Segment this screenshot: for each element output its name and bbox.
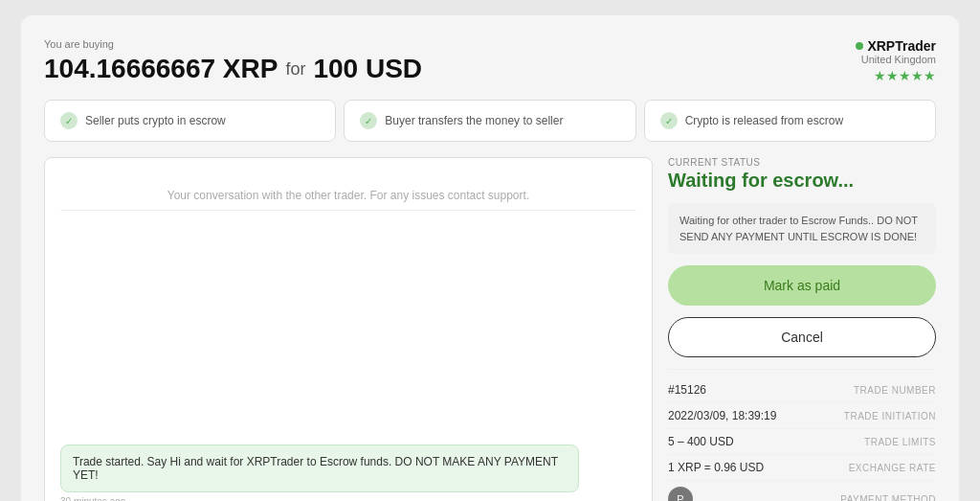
trader-info: XRPTrader United Kingdom ★★★★★ <box>856 38 936 83</box>
step-2: ✓ Buyer transfers the money to seller <box>344 100 635 142</box>
escrow-notice: Waiting for other trader to Escrow Funds… <box>668 203 936 254</box>
steps-row: ✓ Seller puts crypto in escrow ✓ Buyer t… <box>44 100 936 142</box>
trade-limits-label: TRADE LIMITS <box>864 437 936 447</box>
trade-initiation-value: 2022/03/09, 18:39:19 <box>668 409 776 422</box>
chat-time: 30 minutes ago <box>60 496 636 501</box>
trade-number-value: #15126 <box>668 383 706 397</box>
trader-name: XRPTrader <box>856 38 936 54</box>
cancel-button[interactable]: Cancel <box>668 317 936 357</box>
for-text: for <box>285 59 305 80</box>
check-icon-3: ✓ <box>660 112 678 129</box>
step-2-label: Buyer transfers the money to seller <box>385 114 563 127</box>
crypto-amount: 104.16666667 XRP <box>44 54 278 84</box>
chat-placeholder: Your conversation with the other trader.… <box>60 173 636 211</box>
check-icon-2: ✓ <box>360 112 377 129</box>
top-bar: You are buying 104.16666667 XRP for 100 … <box>44 38 936 84</box>
step-3-label: Crypto is released from escrow <box>685 114 843 127</box>
trade-number-row: #15126 TRADE NUMBER <box>668 377 936 403</box>
trader-stars: ★★★★★ <box>856 68 936 83</box>
trade-number-label: TRADE NUMBER <box>854 385 936 396</box>
check-icon-1: ✓ <box>60 112 78 129</box>
trade-details: #15126 TRADE NUMBER 2022/03/09, 18:39:19… <box>668 369 936 501</box>
chat-panel: Your conversation with the other trader.… <box>44 157 653 501</box>
step-1: ✓ Seller puts crypto in escrow <box>44 100 336 142</box>
online-indicator <box>856 42 863 50</box>
exchange-rate-row: 1 XRP = 0.96 USD EXCHANGE RATE <box>668 455 936 481</box>
fiat-amount: 100 USD <box>313 54 422 84</box>
step-1-label: Seller puts crypto in escrow <box>85 114 226 127</box>
main-container: You are buying 104.16666667 XRP for 100 … <box>21 15 959 501</box>
trade-initiation-row: 2022/03/09, 18:39:19 TRADE INITIATION <box>668 403 936 429</box>
main-content: Your conversation with the other trader.… <box>44 157 936 501</box>
chat-bubble: Trade started. Say Hi and wait for XRPTr… <box>60 444 579 492</box>
trade-limits-value: 5 – 400 USD <box>668 435 734 448</box>
amount-row: 104.16666667 XRP for 100 USD <box>44 54 422 84</box>
trade-limits-row: 5 – 400 USD TRADE LIMITS <box>668 429 936 455</box>
status-section: CURRENT STATUS Waiting for escrow... <box>668 157 936 192</box>
payment-method-label: PAYMENT METHOD <box>840 494 936 502</box>
payment-icon: P <box>668 487 693 501</box>
step-3: ✓ Crypto is released from escrow <box>644 100 936 142</box>
trader-location: United Kingdom <box>856 54 936 65</box>
buying-label: You are buying <box>44 38 422 50</box>
chat-messages: Trade started. Say Hi and wait for XRPTr… <box>60 222 636 501</box>
chat-message-1: Trade started. Say Hi and wait for XRPTr… <box>60 444 636 501</box>
trade-summary: You are buying 104.16666667 XRP for 100 … <box>44 38 422 84</box>
status-title: Waiting for escrow... <box>668 170 936 192</box>
mark-as-paid-button[interactable]: Mark as paid <box>668 265 936 306</box>
right-panel: CURRENT STATUS Waiting for escrow... Wai… <box>668 157 936 501</box>
payment-method-row: P PAYMENT METHOD <box>668 481 936 501</box>
trade-initiation-label: TRADE INITIATION <box>844 411 936 421</box>
current-status-label: CURRENT STATUS <box>668 157 936 168</box>
exchange-rate-label: EXCHANGE RATE <box>849 463 936 473</box>
exchange-rate-value: 1 XRP = 0.96 USD <box>668 461 764 474</box>
